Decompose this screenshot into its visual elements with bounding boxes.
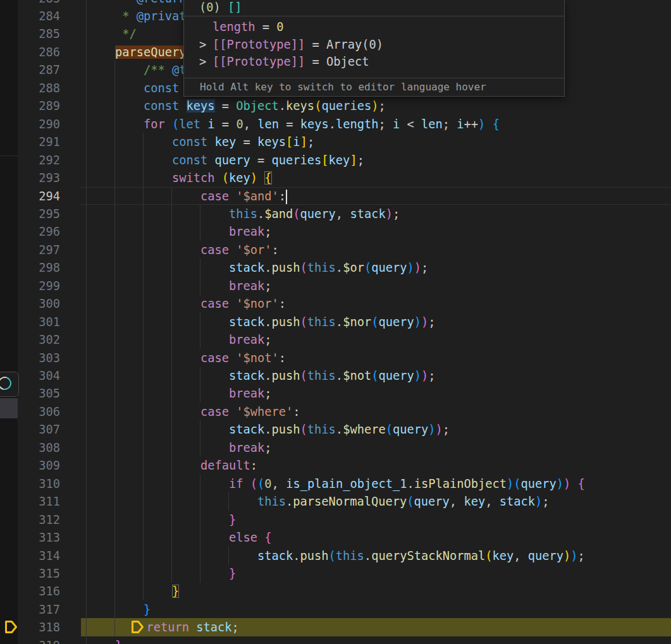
line-number[interactable]: 288 [18, 79, 60, 97]
code-text[interactable]: */ [87, 25, 137, 43]
line-number[interactable]: 287 [18, 61, 60, 79]
code-line[interactable]: 313 else { [0, 528, 671, 547]
code-line[interactable]: 298 stack.push(this.$or(query)); [0, 258, 671, 277]
code-text[interactable]: * @private [87, 7, 194, 25]
code-text[interactable]: } [87, 511, 236, 529]
code-line[interactable]: 309 default: [0, 456, 671, 475]
code-line[interactable]: 302 break; [0, 331, 671, 349]
code-text[interactable]: case '$or': [87, 241, 279, 259]
code-text[interactable]: case '$not': [87, 349, 286, 367]
line-number[interactable]: 319 [18, 636, 60, 644]
line-number[interactable]: 307 [18, 420, 60, 439]
code-line[interactable]: 300 case '$nor': [0, 295, 671, 313]
code-line[interactable]: 306 case '$where': [0, 403, 671, 421]
code-text[interactable]: } [87, 636, 122, 644]
code-text[interactable]: return stack; [87, 618, 239, 636]
code-text[interactable]: stack.push(this.$nor(query)); [87, 313, 435, 331]
line-number[interactable]: 298 [18, 258, 60, 277]
variable-row[interactable]: >[[Prototype]] = Array(0) [184, 36, 564, 54]
debug-stackframe-icon[interactable] [3, 619, 18, 635]
panel-badge[interactable] [0, 372, 19, 397]
code-text[interactable]: const [87, 79, 179, 97]
line-number[interactable]: 309 [18, 456, 60, 475]
line-number[interactable]: 285 [18, 25, 60, 43]
code-line[interactable]: 297 case '$or': [0, 241, 671, 259]
line-number[interactable]: 290 [18, 115, 60, 133]
code-line[interactable]: 292 const query = queries[key]; [0, 151, 671, 169]
code-line[interactable]: 312 } [0, 511, 671, 529]
code-line[interactable]: 314 stack.push(this.queryStackNormal(key… [0, 547, 671, 565]
code-line[interactable]: 316 } [0, 582, 671, 600]
line-number[interactable]: 297 [18, 241, 60, 259]
line-number[interactable]: 312 [18, 511, 60, 529]
code-line[interactable]: 305 break; [0, 384, 671, 403]
line-number[interactable]: 305 [18, 384, 60, 403]
code-line[interactable]: 317 } [0, 600, 671, 619]
variable-row[interactable]: >[[Prototype]] = Object [184, 53, 564, 71]
inline-stackframe-icon[interactable] [130, 619, 145, 635]
line-number[interactable]: 315 [18, 564, 60, 583]
line-number[interactable]: 301 [18, 313, 60, 331]
code-text[interactable]: break; [87, 439, 272, 457]
line-number[interactable]: 314 [18, 547, 60, 565]
line-number[interactable]: 304 [18, 367, 60, 385]
code-line[interactable]: 319 } [0, 636, 671, 644]
code-line[interactable]: 296 break; [0, 222, 671, 241]
code-text[interactable]: const query = queries[key]; [87, 151, 364, 169]
code-text[interactable]: if ((0, is_plain_object_1.isPlainObject)… [87, 475, 585, 493]
line-number[interactable]: 295 [18, 205, 60, 223]
code-line[interactable]: 311 this.parseNormalQuery(query, key, st… [0, 492, 671, 511]
code-line[interactable]: 318 return stack; [0, 618, 671, 636]
code-text[interactable]: this.parseNormalQuery(query, key, stack)… [87, 492, 549, 511]
code-text[interactable]: case '$nor': [87, 295, 286, 313]
code-text[interactable]: } [87, 600, 151, 619]
expand-chevron-icon[interactable]: > [199, 36, 212, 54]
line-number[interactable]: 284 [18, 7, 60, 25]
code-text[interactable]: } [87, 564, 236, 583]
line-number[interactable]: 294 [18, 187, 60, 205]
code-text[interactable]: break; [87, 331, 272, 349]
code-line[interactable]: 303 case '$not': [0, 349, 671, 367]
code-text[interactable]: for (let i = 0, len = keys.length; i < l… [87, 115, 500, 133]
code-line[interactable]: 293 switch (key) { [0, 169, 671, 187]
line-number[interactable]: 296 [18, 222, 60, 241]
code-line[interactable]: 291 const key = keys[i]; [0, 133, 671, 151]
code-line[interactable]: 289 const keys = Object.keys(queries); [0, 97, 671, 115]
code-line[interactable]: 307 stack.push(this.$where(query)); [0, 420, 671, 439]
line-number[interactable]: 308 [18, 439, 60, 457]
code-text[interactable]: this.$and(query, stack); [87, 205, 400, 223]
code-text[interactable]: case '$where': [87, 403, 300, 421]
line-number[interactable]: 317 [18, 600, 60, 619]
line-number[interactable]: 316 [18, 582, 60, 600]
line-number[interactable]: 302 [18, 331, 60, 349]
line-number[interactable]: 283 [18, 0, 60, 8]
code-line[interactable]: 308 break; [0, 439, 671, 457]
code-text[interactable]: stack.push(this.$where(query)); [87, 420, 450, 439]
line-number[interactable]: 291 [18, 133, 60, 151]
code-text[interactable]: } [87, 582, 179, 600]
code-line[interactable]: 294 case '$and': [0, 187, 671, 205]
line-number[interactable]: 313 [18, 528, 60, 547]
code-text[interactable]: break; [87, 277, 272, 295]
code-text[interactable]: stack.push(this.$or(query)); [87, 258, 428, 277]
line-number[interactable]: 306 [18, 403, 60, 421]
line-number[interactable]: 292 [18, 151, 60, 169]
code-line[interactable]: 304 stack.push(this.$not(query)); [0, 367, 671, 385]
code-line[interactable]: 299 break; [0, 277, 671, 295]
line-number[interactable]: 311 [18, 492, 60, 511]
code-line[interactable]: 315 } [0, 564, 671, 583]
line-number[interactable]: 286 [18, 43, 60, 61]
line-number[interactable]: 289 [18, 97, 60, 115]
code-text[interactable]: stack.push(this.$not(query)); [87, 367, 435, 385]
code-line[interactable]: 301 stack.push(this.$nor(query)); [0, 313, 671, 331]
code-text[interactable]: /** @t [87, 61, 187, 79]
line-number[interactable]: 300 [18, 295, 60, 313]
hover-header[interactable]: (0) [] [184, 0, 564, 16]
panel-list-item[interactable] [0, 398, 18, 418]
code-line[interactable]: 290 for (let i = 0, len = keys.length; i… [0, 115, 671, 133]
line-number[interactable]: 310 [18, 475, 60, 493]
code-text[interactable]: default: [87, 456, 257, 475]
code-line[interactable]: 295 this.$and(query, stack); [0, 205, 671, 223]
code-line[interactable]: 310 if ((0, is_plain_object_1.isPlainObj… [0, 475, 671, 493]
code-text[interactable]: parseQuery [87, 43, 187, 61]
